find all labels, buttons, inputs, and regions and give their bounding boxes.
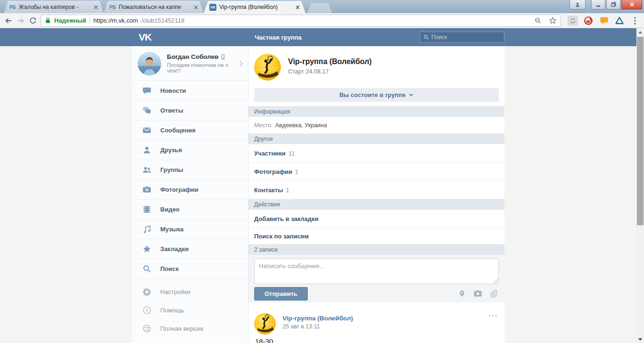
scroll-up-icon[interactable] (636, 28, 644, 36)
browser-toolbar: Надежный https://m.vk.com/club151452118 (0, 13, 644, 28)
post: Vip-группа (Волейбол) 25 авг в 13:11 18-… (248, 307, 504, 343)
section-actions-header: Действия (248, 199, 504, 210)
tab-title: Vip-группа (Волейбол) (219, 4, 291, 10)
url-separator (90, 17, 90, 24)
menu-dots-icon[interactable] (630, 16, 640, 26)
post-options-icon[interactable] (489, 315, 497, 317)
vk-search-box[interactable] (420, 32, 504, 43)
send-button[interactable]: Отправить (254, 287, 308, 301)
search-posts-link[interactable]: Поиск по записям (248, 228, 504, 245)
content-gap (248, 302, 504, 307)
sidebar-item-label: Полная версия (160, 325, 203, 332)
chevron-down-icon (409, 93, 413, 97)
minimize-button[interactable] (591, 0, 605, 9)
profile-button[interactable] (570, 0, 586, 9)
sidebar-item-label: Друзья (160, 147, 182, 154)
link-label: Поиск по записям (254, 233, 309, 240)
secure-label[interactable]: Надежный (54, 17, 86, 24)
people-icon (142, 165, 152, 174)
membership-button[interactable]: Вы состоите в группе (254, 88, 499, 102)
sidebar-item-settings[interactable]: Настройки (132, 283, 248, 301)
sidebar-item-label: Закладки (160, 245, 189, 253)
sidebar-item-partial[interactable] (132, 338, 248, 343)
sidebar-item-groups[interactable]: Группы (132, 160, 248, 180)
refresh-button[interactable] (28, 15, 38, 27)
mobile-indicator-icon (221, 54, 225, 60)
search-input[interactable] (431, 34, 493, 41)
link-count: 1 (295, 168, 298, 175)
triangle-icon[interactable] (614, 16, 625, 26)
url-host[interactable]: https://m.vk.com (93, 17, 138, 24)
camera-icon (142, 185, 152, 194)
stop-hand-icon[interactable] (583, 16, 594, 26)
gear-icon (142, 287, 152, 296)
photos-link[interactable]: Фотографии 1 (248, 163, 504, 181)
sidebar: Богдан Соболев Посидим помолчим ни о чём… (132, 46, 248, 343)
close-icon[interactable] (294, 4, 301, 10)
tab-vk-group-active[interactable]: VK Vip-группа (Волейбол) (204, 1, 305, 13)
tab-title: Жалобы на капперов - (19, 4, 90, 10)
sidebar-user[interactable]: Богдан Соболев Посидим помолчим ни о чём… (132, 46, 248, 81)
sidebar-item-photos[interactable]: Фотографии (132, 180, 248, 200)
globe-icon (142, 324, 152, 333)
chat-bubble-icon[interactable] (599, 16, 609, 26)
tab-complaints[interactable]: РБ Жалобы на капперов - (4, 1, 104, 13)
group-avatar[interactable] (254, 54, 281, 81)
post-author-link[interactable]: Vip-группа (Волейбол) (282, 315, 353, 322)
search-icon (423, 34, 429, 40)
sidebar-item-label: Видео (160, 206, 180, 213)
message-input[interactable] (254, 259, 499, 284)
sidebar-item-friends[interactable]: Друзья (132, 140, 248, 160)
address-bar[interactable]: Надежный https://m.vk.com/club151452118 (41, 15, 561, 27)
close-icon[interactable] (192, 4, 199, 10)
sidebar-item-search[interactable]: Поиск (132, 259, 248, 279)
post-date[interactable]: 25 авг в 13:11 (282, 323, 320, 330)
link-count: 1 (286, 187, 289, 194)
close-window-button[interactable] (621, 0, 642, 9)
sidebar-item-help[interactable]: ? Помощь (132, 301, 248, 319)
back-button[interactable] (4, 15, 13, 27)
person-icon (142, 146, 152, 155)
section-other-header: Другое (248, 134, 504, 144)
sidebar-item-video[interactable]: Видео (132, 200, 248, 220)
paperclip-icon[interactable] (490, 290, 498, 298)
sidebar-item-label: Фотографии (160, 186, 198, 193)
sidebar-item-music[interactable]: Музыка (132, 220, 248, 239)
group-page: Vip-группа (Волейбол) Старт 24.08.17 Вы … (248, 46, 504, 343)
resize-handle[interactable] (494, 279, 498, 283)
svg-text:?: ? (145, 308, 148, 313)
url-path[interactable]: /club151452118 (141, 17, 185, 24)
vk-page: VK Частная группа Богдан Соболев (0, 28, 636, 343)
sidebar-item-bookmarks[interactable]: Закладки (132, 239, 248, 259)
link-count: 11 (289, 150, 295, 157)
camera-icon[interactable] (473, 290, 482, 298)
close-icon[interactable] (92, 4, 99, 10)
tab-report[interactable]: РБ Пожаловаться на каппе (104, 1, 204, 13)
film-icon (142, 205, 152, 214)
page-scrollbar[interactable] (636, 28, 644, 343)
sidebar-item-replies[interactable]: Ответы (132, 101, 248, 121)
user-avatar[interactable] (138, 52, 161, 75)
maximize-button[interactable] (606, 0, 620, 9)
scroll-down-icon[interactable] (636, 335, 644, 343)
sidebar-item-messages[interactable]: Сообщения (132, 121, 248, 140)
zoom-icon[interactable] (534, 17, 542, 24)
forward-button[interactable] (16, 15, 25, 27)
sidebar-item-full-version[interactable]: Полная версия (132, 319, 248, 338)
vk-logo[interactable]: VK (139, 32, 151, 43)
sidebar-item-news[interactable]: Новости (132, 81, 248, 101)
sidebar-item-label: Новости (160, 87, 186, 94)
section-posts-header: 2 записи (248, 245, 504, 255)
user-name: Богдан Соболев (167, 53, 219, 60)
vk-favicon-icon: VK (209, 4, 216, 11)
members-link[interactable]: Участники 11 (248, 144, 504, 163)
post-author-avatar[interactable] (254, 313, 276, 335)
scrollbar-thumb[interactable] (637, 37, 644, 225)
location-pin-icon[interactable] (458, 290, 466, 298)
rb-favicon-icon: РБ (9, 5, 16, 10)
add-bookmark-link[interactable]: Добавить в закладки (248, 210, 504, 228)
contacts-link[interactable]: Контакты 1 (248, 181, 504, 199)
new-tab-button[interactable] (307, 3, 332, 13)
sync-icon[interactable] (568, 16, 578, 26)
bookmark-star-icon[interactable] (549, 16, 557, 24)
